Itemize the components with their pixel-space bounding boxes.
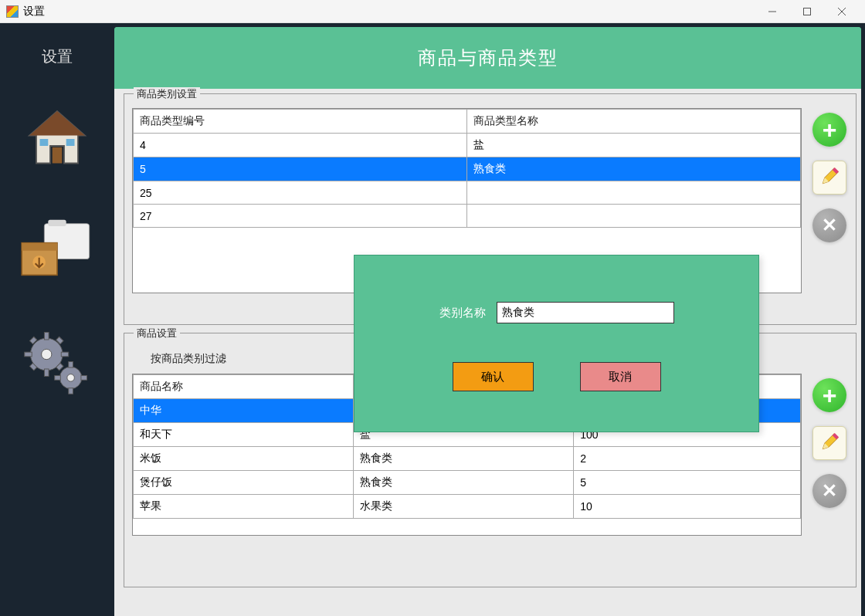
category-name-cell: 熟食类	[467, 157, 801, 181]
category-id-cell: 25	[134, 181, 467, 205]
svg-rect-17	[44, 369, 49, 377]
plus-icon: +	[823, 383, 837, 408]
page-header: 商品与商品类型	[114, 27, 861, 89]
category-id-cell: 4	[134, 134, 467, 157]
confirm-button[interactable]: 确认	[453, 362, 534, 391]
product-name-cell: 煲仔饭	[134, 471, 354, 495]
svg-rect-8	[66, 139, 75, 146]
product-actions: +	[809, 374, 850, 508]
product-name-cell: 和天下	[134, 423, 354, 447]
category-actions: +	[809, 108, 850, 242]
svg-rect-28	[54, 376, 60, 381]
pencil-icon	[819, 432, 840, 455]
category-id-cell: 27	[134, 205, 467, 228]
svg-rect-1	[803, 8, 810, 15]
svg-point-25	[66, 374, 74, 382]
close-icon	[821, 482, 838, 501]
svg-point-15	[41, 349, 51, 359]
sidebar-item-settings[interactable]	[15, 325, 100, 398]
category-name-cell: 盐	[467, 134, 801, 157]
product-type-cell: 水果类	[354, 495, 574, 519]
svg-rect-16	[44, 333, 49, 340]
table-row[interactable]: 苹果水果类10	[134, 495, 801, 519]
product-delete-button[interactable]	[812, 474, 846, 508]
sidebar: 设置	[0, 23, 114, 616]
product-price-cell: 5	[574, 471, 801, 495]
product-edit-button[interactable]	[812, 426, 846, 460]
sidebar-title: 设置	[42, 46, 73, 67]
product-name-cell: 米饭	[134, 447, 354, 471]
dialog-field-label: 类别名称	[439, 306, 486, 320]
edit-category-dialog: 类别名称 确认 取消	[354, 255, 759, 432]
cancel-label: 取消	[609, 370, 632, 384]
app-icon	[6, 5, 19, 18]
category-group-title: 商品类别设置	[134, 87, 200, 101]
svg-rect-29	[80, 376, 86, 381]
main-panel: 商品与商品类型 商品类别设置 商品类型编号 商品类型名称	[114, 27, 861, 616]
category-id-cell: 5	[134, 157, 467, 181]
category-delete-button[interactable]	[812, 208, 846, 242]
svg-rect-10	[48, 220, 66, 226]
minimize-button[interactable]	[755, 1, 789, 22]
svg-rect-7	[40, 139, 49, 146]
svg-rect-26	[68, 362, 73, 368]
category-name-cell	[467, 205, 801, 228]
cancel-button[interactable]: 取消	[580, 362, 661, 391]
svg-rect-12	[22, 243, 57, 251]
window-titlebar: 设置	[0, 0, 865, 23]
pencil-icon	[819, 166, 840, 190]
page-title: 商品与商品类型	[418, 46, 558, 70]
plus-icon: +	[823, 117, 837, 142]
product-type-cell: 熟食类	[354, 447, 574, 471]
close-button[interactable]	[824, 1, 859, 22]
category-edit-button[interactable]	[812, 161, 846, 195]
svg-marker-5	[29, 111, 85, 136]
box-folder-icon	[19, 211, 96, 288]
table-row[interactable]: 煲仔饭熟食类5	[134, 471, 801, 495]
product-price-cell: 2	[574, 447, 801, 471]
table-row[interactable]: 25	[134, 181, 801, 205]
category-col-id: 商品类型编号	[134, 110, 467, 134]
table-row[interactable]: 米饭熟食类2	[134, 447, 801, 471]
svg-rect-19	[61, 352, 69, 357]
gears-icon	[21, 325, 94, 398]
product-name-cell: 中华	[134, 399, 354, 423]
product-add-button[interactable]: +	[812, 378, 846, 412]
category-add-button[interactable]: +	[812, 113, 846, 147]
confirm-label: 确认	[481, 370, 504, 384]
category-col-name: 商品类型名称	[467, 110, 801, 134]
house-icon	[22, 104, 92, 174]
svg-rect-6	[53, 147, 63, 164]
close-icon	[821, 216, 838, 235]
table-row[interactable]: 27	[134, 205, 801, 228]
svg-rect-18	[24, 352, 32, 357]
sidebar-item-home[interactable]	[15, 104, 100, 174]
window-controls	[755, 1, 859, 22]
window-title: 设置	[23, 5, 45, 19]
maximize-button[interactable]	[789, 1, 824, 22]
product-col-name: 商品名称	[134, 375, 354, 399]
sidebar-item-files[interactable]	[15, 211, 100, 288]
table-row[interactable]: 4盐	[134, 134, 801, 157]
table-row[interactable]: 5熟食类	[134, 157, 801, 181]
product-price-cell: 10	[574, 495, 801, 519]
product-name-cell: 苹果	[134, 495, 354, 519]
category-name-cell	[467, 181, 801, 205]
product-type-cell: 熟食类	[354, 471, 574, 495]
category-name-input[interactable]	[497, 302, 674, 323]
product-group-title: 商品设置	[134, 327, 180, 340]
svg-rect-27	[68, 388, 73, 394]
